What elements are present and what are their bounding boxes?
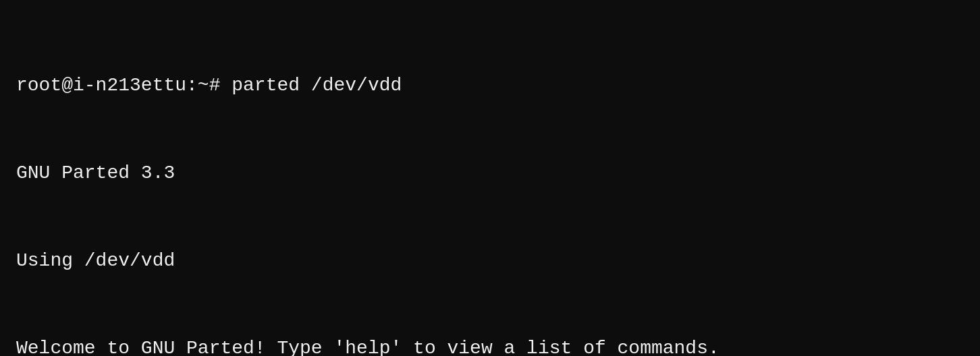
prompt-line: root@i-n213ettu:~# parted /dev/vdd: [16, 71, 964, 100]
welcome-line: Welcome to GNU Parted! Type 'help' to vi…: [16, 334, 964, 356]
terminal-window: root@i-n213ettu:~# parted /dev/vdd GNU P…: [0, 0, 980, 356]
using-dev-line: Using /dev/vdd: [16, 246, 964, 275]
gnu-parted-line: GNU Parted 3.3: [16, 158, 964, 187]
